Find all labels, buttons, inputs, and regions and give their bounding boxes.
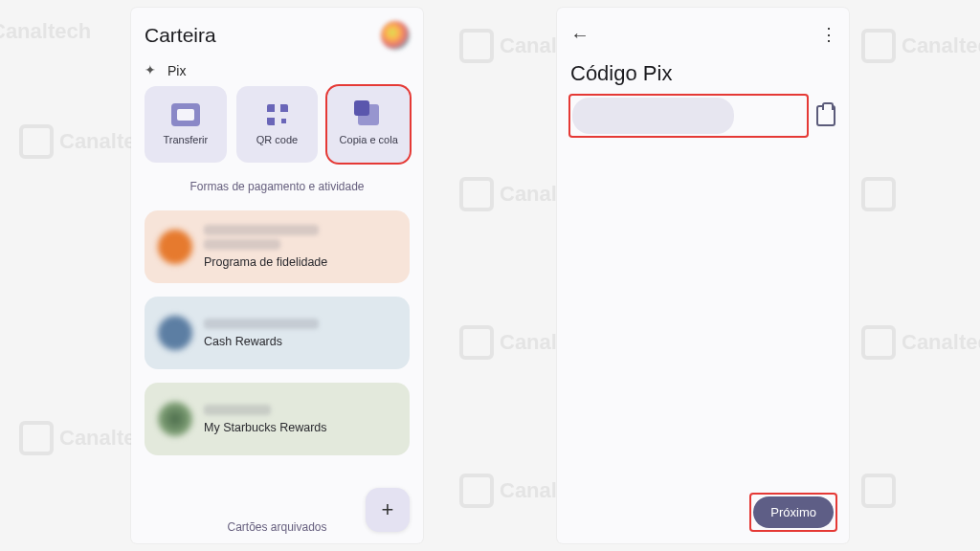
wallet-screen: Carteira Pix Transferir QR code Copia e …	[131, 8, 423, 543]
pix-code-input[interactable]	[572, 98, 734, 134]
card-logo	[158, 230, 192, 264]
add-button[interactable]: +	[366, 488, 410, 532]
card-logo	[158, 316, 192, 350]
highlight-box	[570, 96, 807, 136]
copy-icon	[358, 104, 379, 125]
card-name-redacted	[204, 239, 280, 250]
loyalty-cards: Programa de fidelidade Cash Rewards My S…	[145, 210, 410, 511]
pix-label: Pix	[167, 63, 186, 78]
highlight-box: Próximo	[751, 495, 835, 530]
tile-copia-e-cola[interactable]: Copia e cola	[327, 86, 410, 163]
tile-label: Copia e cola	[340, 134, 398, 145]
card-icon	[171, 103, 200, 126]
card-logo	[158, 402, 192, 436]
card-subtitle: My Starbucks Rewards	[204, 421, 327, 434]
profile-avatar[interactable]	[381, 21, 410, 50]
clipboard-icon[interactable]	[816, 105, 835, 126]
page-title: Carteira	[145, 24, 216, 47]
pix-tiles: Transferir QR code Copia e cola	[145, 86, 410, 163]
tile-qr-code[interactable]: QR code	[236, 86, 319, 163]
pix-icon	[145, 63, 160, 78]
plus-icon: +	[382, 497, 394, 522]
loyalty-card[interactable]: Cash Rewards	[145, 297, 410, 369]
page-title: Código Pix	[570, 61, 835, 86]
card-subtitle: Programa de fidelidade	[204, 255, 327, 269]
tile-transferir[interactable]: Transferir	[145, 86, 227, 163]
pix-section-label: Pix	[145, 63, 410, 78]
more-menu-icon[interactable]: ⋮	[820, 24, 835, 45]
qr-icon	[267, 104, 288, 125]
loyalty-card[interactable]: Programa de fidelidade	[145, 210, 410, 283]
back-button[interactable]: ←	[570, 25, 590, 44]
tile-label: QR code	[256, 134, 298, 145]
card-name-redacted	[204, 405, 271, 415]
loyalty-card[interactable]: My Starbucks Rewards	[145, 383, 410, 455]
card-name-redacted	[204, 225, 319, 235]
pix-code-screen: ← ⋮ Código Pix Próximo	[557, 8, 849, 543]
next-button[interactable]: Próximo	[753, 496, 834, 528]
card-name-redacted	[204, 319, 319, 329]
tile-label: Transferir	[164, 134, 209, 145]
card-subtitle: Cash Rewards	[204, 335, 319, 348]
payments-activity-link[interactable]: Formas de pagamento e atividade	[145, 180, 410, 193]
